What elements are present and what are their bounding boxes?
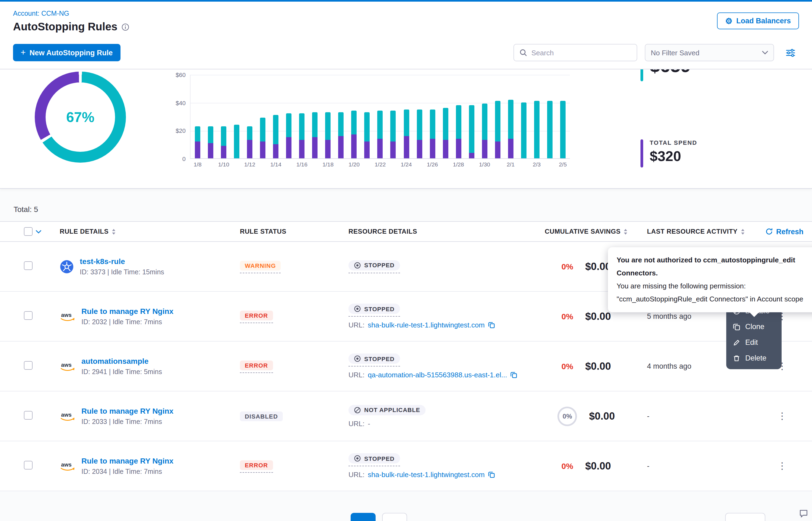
bar: [416, 74, 422, 158]
page-header: Account: CCM-NG AutoStopping Rules ⚙ Loa…: [0, 2, 812, 39]
select-all-checkbox[interactable]: [24, 227, 33, 236]
resource-url-link[interactable]: sha-bulk-rule-test-1.lightwingtest.com: [368, 321, 485, 329]
menu-item-edit[interactable]: Edit: [726, 335, 782, 350]
refresh-icon: [765, 228, 773, 235]
copy-icon[interactable]: [488, 471, 495, 478]
sort-icon: [741, 228, 745, 234]
resource-state-pill: NOT APPLICABLE: [348, 405, 426, 415]
rule-meta: ID: 2033 | Idle Time: 7mins: [81, 418, 173, 426]
resource-underline: [348, 466, 400, 466]
column-last-resource-activity[interactable]: LAST RESOURCE ACTIVITY: [640, 228, 765, 235]
tooltip-line-1: You are not authorized to ccm_autostoppi…: [617, 254, 812, 280]
savings-donut-chart: 67%: [35, 72, 126, 163]
pagination-page[interactable]: [382, 513, 407, 521]
resource-state-icon: [354, 455, 361, 462]
rule-name-link[interactable]: automationsample: [81, 357, 162, 365]
savings-percent: 0%: [561, 362, 573, 371]
bar: 1/12: [247, 74, 252, 158]
copy-icon[interactable]: [488, 321, 495, 329]
rule-meta: ID: 2032 | Idle Time: 7mins: [81, 318, 173, 326]
resource-url-link[interactable]: qa-automation-alb-515563988.us-east-1.el…: [368, 371, 507, 379]
resource-state-pill: STOPPED: [348, 260, 400, 270]
delete-icon: [733, 354, 740, 362]
bar: 1/14: [273, 74, 278, 158]
total-savings-stat: $659: [640, 69, 691, 81]
status-underline: [240, 272, 281, 273]
resource-underline: [348, 316, 400, 317]
bar: [495, 74, 500, 158]
row-menu-button[interactable]: ⋮: [773, 408, 791, 424]
savings-percent: 0%: [561, 262, 573, 271]
provider-icon: aws: [60, 461, 76, 471]
menu-item-clone[interactable]: Clone: [726, 319, 782, 335]
refresh-button[interactable]: Refresh: [765, 227, 804, 235]
total-spend-label: TOTAL SPEND: [650, 139, 697, 146]
load-balancers-button[interactable]: ⚙ Load Balancers: [717, 13, 799, 29]
rule-name-link[interactable]: Rule to manage RY Nginx: [81, 407, 173, 415]
row-checkbox[interactable]: [24, 411, 33, 420]
pagination-next[interactable]: [725, 513, 765, 521]
x-tick-label: 1/8: [193, 161, 201, 167]
resource-url-link[interactable]: -: [368, 420, 370, 428]
saved-filter-dropdown[interactable]: No Filter Saved: [645, 44, 774, 61]
svg-text:aws: aws: [61, 411, 72, 418]
toolbar: + New AutoStopping Rule No Filter Saved: [0, 39, 812, 69]
row-checkbox[interactable]: [24, 460, 33, 469]
account-breadcrumb[interactable]: Account: CCM-NG: [13, 10, 69, 17]
bar: [312, 74, 318, 158]
x-tick-label: 1/24: [401, 161, 412, 167]
provider-icon: aws: [60, 411, 76, 421]
savings-amount: $0.00: [585, 360, 611, 372]
resource-url-line: URL: sha-bulk-rule-test-1.lightwingtest.…: [348, 321, 495, 329]
x-tick-label: 1/10: [218, 161, 229, 167]
table-row[interactable]: aws Rule to manage RY Nginx ID: 2034 | I…: [0, 441, 812, 491]
search-input[interactable]: [531, 48, 631, 56]
row-checkbox[interactable]: [24, 261, 33, 270]
bar: [208, 74, 213, 158]
sort-icon: [112, 228, 115, 234]
resource-state-icon: [354, 355, 361, 362]
select-menu-caret-icon[interactable]: [36, 230, 41, 233]
savings-amount: $0.00: [585, 460, 611, 472]
row-menu-button[interactable]: ⋮: [773, 458, 791, 474]
donut-percent-label: 67%: [35, 72, 126, 163]
filter-panel-button[interactable]: [782, 44, 799, 61]
column-cumulative-savings[interactable]: CUMULATIVE SAVINGS: [532, 228, 640, 235]
savings-percent: 0%: [557, 406, 577, 426]
bar: [390, 74, 396, 158]
bar: 1/16: [299, 74, 305, 158]
table-row[interactable]: aws automationsample ID: 2941 | Idle Tim…: [0, 342, 812, 391]
rule-name-link[interactable]: test-k8s-rule: [80, 257, 164, 266]
menu-item-delete[interactable]: Delete: [726, 350, 782, 366]
table-row[interactable]: aws Rule to manage RY Nginx ID: 2033 | I…: [0, 391, 812, 441]
spend-color-bar: [640, 139, 643, 167]
resource-state-pill: STOPPED: [348, 453, 400, 463]
column-rule-details[interactable]: RULE DETAILS: [54, 228, 233, 235]
resource-url-link[interactable]: sha-bulk-rule-test-1.lightwingtest.com: [368, 471, 485, 479]
total-savings-value: $659: [650, 69, 691, 76]
pagination-current-page[interactable]: [351, 513, 376, 521]
copy-icon[interactable]: [510, 371, 517, 379]
rule-status-badge: ERROR: [240, 460, 273, 470]
info-icon[interactable]: [122, 23, 129, 31]
bar: [338, 74, 344, 158]
total-spend-stat: TOTAL SPEND $320: [640, 139, 697, 167]
chat-support-button[interactable]: [798, 508, 809, 521]
bar-plot: 1/81/101/121/141/161/181/201/221/241/261…: [190, 75, 570, 159]
x-tick-label: 2/3: [533, 161, 541, 167]
search-box[interactable]: [513, 44, 637, 61]
rule-name-link[interactable]: Rule to manage RY Nginx: [81, 456, 173, 465]
row-checkbox[interactable]: [24, 361, 33, 369]
savings-amount: $0.00: [589, 410, 615, 422]
rule-meta: ID: 3373 | Idle Time: 15mins: [80, 268, 164, 276]
resource-state-pill: STOPPED: [348, 303, 400, 314]
new-autostopping-rule-button[interactable]: + New AutoStopping Rule: [13, 44, 120, 61]
row-checkbox[interactable]: [24, 311, 33, 320]
bar: 2/5: [560, 74, 565, 158]
rule-name-link[interactable]: Rule to manage RY Nginx: [81, 307, 173, 316]
y-tick-label: $20: [176, 128, 186, 134]
savings-color-bar: [640, 69, 643, 81]
x-tick-label: 1/22: [375, 161, 386, 167]
url-label: URL:: [348, 371, 364, 379]
savings-percent: 0%: [561, 312, 573, 321]
